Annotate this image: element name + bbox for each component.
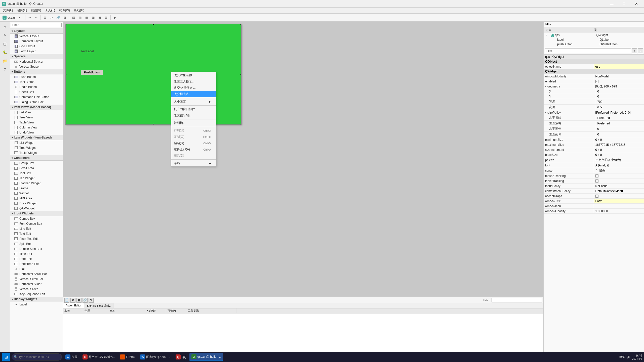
ctx-select-all[interactable]: 选择全部(A) Ctrl+A bbox=[171, 146, 216, 153]
prop-objectname-value[interactable]: qss bbox=[594, 64, 644, 69]
menu-help[interactable]: 析助(H) bbox=[72, 8, 86, 13]
menu-file[interactable]: 文件(F) bbox=[1, 8, 15, 13]
widget-undo-view[interactable]: Undo View bbox=[10, 130, 63, 135]
menu-edit[interactable]: 编辑(E) bbox=[15, 8, 29, 13]
widget-scroll-area[interactable]: Scroll Area bbox=[10, 166, 63, 171]
close-btn[interactable]: ✕ bbox=[631, 0, 642, 8]
prop-height-value[interactable]: 679 bbox=[596, 105, 644, 110]
prop-width-value[interactable]: 700 bbox=[596, 99, 644, 104]
menu-view[interactable]: 视图(V) bbox=[29, 8, 43, 13]
maximize-btn[interactable]: □ bbox=[618, 0, 630, 8]
prop-sizeincr-value[interactable]: 0 x 0 bbox=[594, 147, 644, 152]
menu-build[interactable]: 构件(W) bbox=[57, 8, 72, 13]
widget-plain-text[interactable]: Plain Text Edit bbox=[10, 236, 63, 241]
widget-table-widget[interactable]: Table Widget bbox=[10, 150, 63, 155]
action-new[interactable]: 📄 bbox=[64, 298, 69, 303]
toolbar-widget-mode[interactable]: ⊞ bbox=[42, 15, 48, 21]
widget-push-button[interactable]: Push Button bbox=[10, 74, 63, 79]
widget-vscrollbar[interactable]: Vertical Scroll Bar bbox=[10, 277, 63, 282]
widget-widget[interactable]: Widget bbox=[10, 191, 63, 196]
section-item-widgets[interactable]: ▾ Item Widgets (Item-Based) bbox=[10, 135, 63, 140]
minimize-btn[interactable]: — bbox=[606, 0, 617, 8]
widget-datetime-edit[interactable]: Date/Time Edit bbox=[10, 261, 63, 266]
section-display[interactable]: ▾ Display Widgets bbox=[10, 297, 63, 302]
section-buttons[interactable]: ▾ Buttons bbox=[10, 69, 63, 74]
ctx-signals-slots[interactable]: 改变信号/槽... bbox=[171, 112, 216, 119]
icon-welcome[interactable]: ⌂ bbox=[1, 23, 9, 31]
tab-signals-slots[interactable]: Signals Slots 编辑.. bbox=[84, 303, 113, 308]
widget-column-view[interactable]: Column View bbox=[10, 125, 63, 130]
prop-y-value[interactable]: 0 bbox=[596, 94, 644, 99]
toolbar-layout-g[interactable]: ⊞ bbox=[84, 15, 90, 21]
prop-mt-value[interactable] bbox=[594, 173, 644, 178]
taskbar-app-1[interactable]: C 写文章-CSDN博作.. bbox=[80, 353, 117, 361]
widget-table-view[interactable]: Table View bbox=[10, 120, 63, 125]
prop-wo-value[interactable]: 1.000000 bbox=[594, 209, 644, 213]
widget-tool-box[interactable]: Tool Box bbox=[10, 171, 63, 176]
toolbar-close-btn[interactable]: ✕ bbox=[16, 15, 22, 21]
widget-tab-widget[interactable]: Tab Widget bbox=[10, 176, 63, 181]
widget-line-edit[interactable]: Line Edit bbox=[10, 226, 63, 231]
section-inputs[interactable]: ▾ Input Widgets bbox=[10, 211, 63, 216]
icon-projects[interactable]: 📁 bbox=[1, 57, 9, 65]
ctx-size-limits[interactable]: 大小限定 ▶ bbox=[171, 99, 216, 105]
action-assoc[interactable]: 🔗 bbox=[83, 298, 88, 303]
ctx-change-whatsthis[interactable]: 改变'这是什么'... bbox=[171, 85, 216, 91]
widget-group-box[interactable]: Group Box bbox=[10, 161, 63, 166]
prop-wm-value[interactable]: NonModal bbox=[594, 74, 644, 79]
prop-wt-value[interactable]: Form bbox=[594, 199, 644, 203]
toolbar-layout-form[interactable]: ▦ bbox=[90, 15, 96, 21]
ctx-change-obj-name[interactable]: 改变对象名称... bbox=[171, 72, 216, 78]
widget-list-widget[interactable]: List Widget bbox=[10, 140, 63, 145]
icon-design[interactable]: ◱ bbox=[1, 40, 9, 48]
prop-vpolicy-value[interactable]: Preferred bbox=[596, 121, 644, 126]
widget-font-combo[interactable]: Font Combo Box bbox=[10, 221, 63, 226]
widget-mdi[interactable]: MDI Area bbox=[10, 196, 63, 201]
section-spacers[interactable]: ▾ Spacers bbox=[10, 54, 63, 59]
ctx-promote[interactable]: 提升的窗口部件... bbox=[171, 106, 216, 112]
ctx-copy[interactable]: 复制(O) Ctrl+C bbox=[171, 134, 216, 140]
widget-list-view[interactable]: List View bbox=[10, 110, 63, 115]
widget-dialog-btn[interactable]: Dialog Button Box bbox=[10, 100, 63, 105]
taskbar-app-3[interactable]: W 图库收(1).docx - .. bbox=[138, 353, 173, 361]
taskbar-app-4[interactable]: Q QQ bbox=[174, 353, 188, 361]
prop-palette-value[interactable]: 自定义的(3 个角色) bbox=[594, 157, 644, 163]
ctx-goto-slot[interactable]: 转到槽... bbox=[171, 120, 216, 126]
toolbar-undo[interactable]: ↩ bbox=[27, 15, 33, 21]
toolbar-tab-mode[interactable]: ⊡ bbox=[62, 15, 68, 21]
widget-vslider[interactable]: Vertical Slider bbox=[10, 287, 63, 292]
widget-h-spacer[interactable]: Horizontal Spacer bbox=[10, 59, 63, 64]
taskbar-app-0[interactable]: W 作业 bbox=[63, 353, 79, 361]
widget-key-seq[interactable]: Key Sequence Edit bbox=[10, 292, 63, 297]
widget-tree-widget[interactable]: Tree Widget bbox=[10, 145, 63, 150]
ctx-layout[interactable]: 布局 ▶ bbox=[171, 160, 216, 166]
widget-double-spin[interactable]: Double Spin Box bbox=[10, 246, 63, 251]
widget-v-spacer[interactable]: Vertical Spacer bbox=[10, 64, 63, 69]
widget-hscrollbar[interactable]: Horizontal Scroll Bar bbox=[10, 272, 63, 277]
menu-tools[interactable]: 工具(T) bbox=[43, 8, 57, 13]
log-filter-input[interactable] bbox=[492, 298, 542, 302]
prop-cursor-value[interactable]: ↖ 箭头 bbox=[594, 168, 644, 173]
widget-text-edit[interactable]: Text Edit bbox=[10, 231, 63, 236]
widget-label-item[interactable]: A Label bbox=[10, 302, 63, 307]
prop-section-qobject[interactable]: QObject bbox=[544, 59, 644, 64]
taskbar-app-5[interactable]: Q qss.ui @ hello - .. bbox=[189, 353, 223, 361]
start-button[interactable]: ⊞ bbox=[2, 353, 10, 361]
widget-form-layout[interactable]: Form Layout bbox=[10, 49, 63, 54]
prop-fp-value[interactable]: NoFocus bbox=[594, 184, 644, 188]
prop-maxsize-value[interactable]: 16777215 x 16777215 bbox=[594, 142, 644, 147]
toolbar-layout-h[interactable]: ▤ bbox=[70, 15, 76, 21]
prop-enabled-checkbox[interactable] bbox=[595, 80, 598, 83]
toolbar-adjust[interactable]: ⊟ bbox=[103, 15, 109, 21]
widget-frame[interactable]: Frame bbox=[10, 186, 63, 191]
tab-action-editor[interactable]: Action Editor bbox=[63, 303, 84, 308]
prop-filter-input[interactable] bbox=[545, 49, 631, 53]
prop-ad-checkbox[interactable] bbox=[595, 195, 598, 198]
qss-expand-icon[interactable]: ▾ bbox=[546, 34, 551, 36]
widget-filter-input[interactable] bbox=[11, 23, 62, 27]
toolbar-break-layout[interactable]: ⊠ bbox=[97, 15, 103, 21]
icon-help[interactable]: ? bbox=[1, 65, 9, 73]
prop-basesize-value[interactable]: 0 x 0 bbox=[594, 152, 644, 157]
taskbar-search[interactable]: 🔍 Type to locate (Ctrl+K) bbox=[12, 353, 62, 360]
prop-vstretch-value[interactable]: 0 bbox=[596, 132, 644, 137]
